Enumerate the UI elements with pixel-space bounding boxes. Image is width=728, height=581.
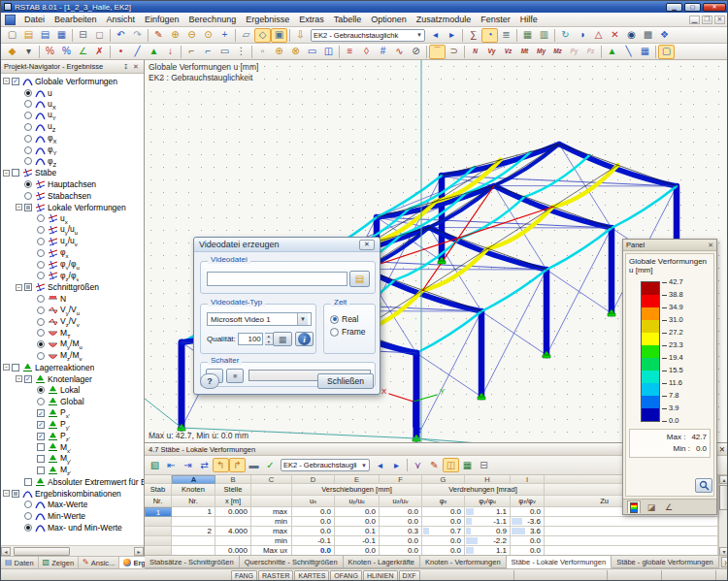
tree-radio[interactable]	[37, 398, 45, 405]
table-sync-icon[interactable]: ⇄	[196, 458, 213, 472]
cell-value[interactable]: 0.0	[422, 517, 465, 527]
tree-item[interactable]: Mx'	[1, 442, 144, 454]
tree-item[interactable]: φy/φu	[1, 259, 144, 271]
status-toggle-kartes[interactable]: KARTES	[294, 570, 329, 581]
tree-radio[interactable]	[24, 146, 32, 154]
corner-cell[interactable]	[145, 475, 172, 484]
cell-value[interactable]: -0.1	[292, 536, 335, 546]
table-tab-1[interactable]: Querschnitte - Schnittgrößen	[240, 556, 344, 568]
tree-checkbox[interactable]: ✓	[37, 421, 45, 429]
video-type-select[interactable]: Microsoft Video 1 ▼	[207, 312, 312, 326]
tree-item[interactable]: ux	[1, 213, 144, 225]
delete-results-icon[interactable]: ✕	[607, 28, 623, 43]
save-icon[interactable]: ▦	[53, 28, 70, 43]
options-icon[interactable]: ▩	[640, 28, 656, 43]
cell-value[interactable]: 1.1	[465, 507, 511, 517]
status-toggle-fang[interactable]: FANG	[231, 570, 257, 581]
menu-item-datei[interactable]: Datei	[19, 14, 50, 25]
zoom-window-icon[interactable]: ⊙	[200, 28, 216, 43]
calculation-icon[interactable]: ∑	[465, 28, 481, 43]
cell-value[interactable]: 0.1	[335, 527, 380, 536]
tree-checkbox[interactable]	[12, 169, 19, 177]
tree-item[interactable]: Vz/Vv	[1, 316, 144, 328]
cell-value[interactable]: 0.0	[422, 536, 465, 546]
tree-item[interactable]: uZ	[1, 121, 144, 133]
next-case-icon[interactable]: ▸	[444, 28, 460, 43]
tree-item[interactable]: Min-Werte	[1, 510, 144, 522]
cell-knoten[interactable]: 1	[172, 507, 215, 517]
tree-radio[interactable]	[37, 214, 45, 222]
table-close-icon[interactable]: ✕	[719, 445, 725, 454]
cell-value[interactable]: 0.7	[422, 527, 465, 536]
result-n-icon[interactable]: N	[467, 45, 483, 59]
table-case-next-icon[interactable]: ▸	[388, 458, 405, 472]
help-button[interactable]: ?	[200, 373, 219, 389]
codec-info-button[interactable]: i	[295, 332, 314, 346]
tree-item[interactable]: My/Mu	[1, 339, 144, 350]
tree-radio[interactable]	[24, 123, 32, 131]
tree-radio[interactable]	[24, 524, 32, 532]
loadcase-list-icon[interactable]: ⇩	[292, 28, 309, 43]
tree-item[interactable]: Mz'	[1, 465, 144, 476]
tree-checkbox[interactable]	[12, 490, 19, 498]
zeit-radio-frame[interactable]: Frame	[330, 327, 366, 337]
members-display-icon[interactable]: ╲	[620, 45, 637, 59]
tree-expander-icon[interactable]: −	[16, 375, 22, 382]
stop-button[interactable]: ■	[226, 369, 244, 383]
cell-x[interactable]	[215, 517, 251, 527]
tree-item[interactable]: Absoluter Extremwert für Ergebi	[1, 476, 144, 488]
load-case-combo[interactable]: EK2 - Gebrauchstauglichk▼	[311, 29, 425, 42]
tree-item[interactable]: −Lokale Verformungen	[1, 202, 144, 213]
cell-value[interactable]: 0.0	[511, 507, 545, 517]
tree-item[interactable]: Max- und Min-Werte	[1, 522, 144, 533]
table-excel-icon[interactable]: ▦	[459, 458, 476, 472]
video-file-input[interactable]	[207, 272, 347, 286]
scroll-right-icon[interactable]: ▸	[134, 547, 144, 556]
cell-kind[interactable]: min	[251, 536, 292, 546]
tree-item[interactable]: uy/uu	[1, 224, 144, 236]
printout-report-icon[interactable]: ≣	[498, 28, 514, 43]
tree-item[interactable]: φX	[1, 133, 144, 145]
show-panel-icon[interactable]: ▥	[536, 28, 552, 43]
cell-value[interactable]: -1.1	[465, 517, 511, 527]
tree-item[interactable]: Vy/Vu	[1, 305, 144, 316]
mdi-minimize-button[interactable]: ▁	[689, 16, 700, 24]
section-icon[interactable]: ⊘	[408, 45, 424, 59]
panel-close-icon[interactable]: ✕	[708, 242, 713, 249]
quality-input[interactable]: 100	[238, 333, 263, 345]
table-export-icon[interactable]: ▧	[147, 458, 163, 472]
print-icon[interactable]: ⊟	[75, 28, 91, 43]
modules-icon[interactable]: ❖	[656, 28, 673, 43]
snap-icon[interactable]: ◆	[4, 45, 20, 59]
scroll-thumb[interactable]	[14, 547, 70, 556]
table-tab-0[interactable]: Stabsätze - Schnittgrößen	[145, 556, 240, 568]
cell-value[interactable]: 0.9	[465, 527, 511, 536]
results-onoff-icon[interactable]: ◔	[481, 28, 498, 43]
table-case-combo[interactable]: EK2 - Gebrauchstaugli▼	[281, 459, 370, 471]
tree-checkbox[interactable]	[24, 283, 32, 291]
cell-knoten[interactable]	[172, 536, 215, 546]
menu-item-einfügen[interactable]: Einfügen	[140, 14, 184, 25]
tree-item[interactable]: φx	[1, 247, 144, 259]
cell-value[interactable]: 0.3	[380, 527, 422, 536]
close-button[interactable]: ✕	[703, 3, 726, 12]
tree-item[interactable]: −Schnittgrößen	[1, 281, 144, 293]
edit-icon[interactable]: ✎	[150, 28, 167, 43]
row-header[interactable]: 1	[145, 507, 172, 517]
tree-item[interactable]: ✓Px'	[1, 407, 144, 419]
tree-expander-icon[interactable]: −	[3, 490, 10, 497]
pin-icon[interactable]: ↧	[121, 62, 131, 72]
table-color-icon[interactable]: ◫	[443, 458, 459, 472]
new-file-icon[interactable]: ▢	[4, 28, 20, 43]
tree-checkbox[interactable]	[37, 443, 45, 451]
tree-radio[interactable]	[37, 249, 45, 257]
tree-item[interactable]: uz/uv	[1, 236, 144, 247]
tree-radio[interactable]	[37, 329, 45, 337]
cell-trailing[interactable]	[545, 536, 718, 546]
cell-value[interactable]: -0.1	[335, 536, 380, 546]
cell-x[interactable]	[215, 536, 251, 546]
navigator-hscrollbar[interactable]: ◂ ▸	[1, 545, 144, 556]
tree-checkbox[interactable]	[12, 364, 19, 371]
table-ruler-icon[interactable]: ▬	[246, 458, 262, 472]
cell-value[interactable]: 0.0	[292, 517, 335, 527]
